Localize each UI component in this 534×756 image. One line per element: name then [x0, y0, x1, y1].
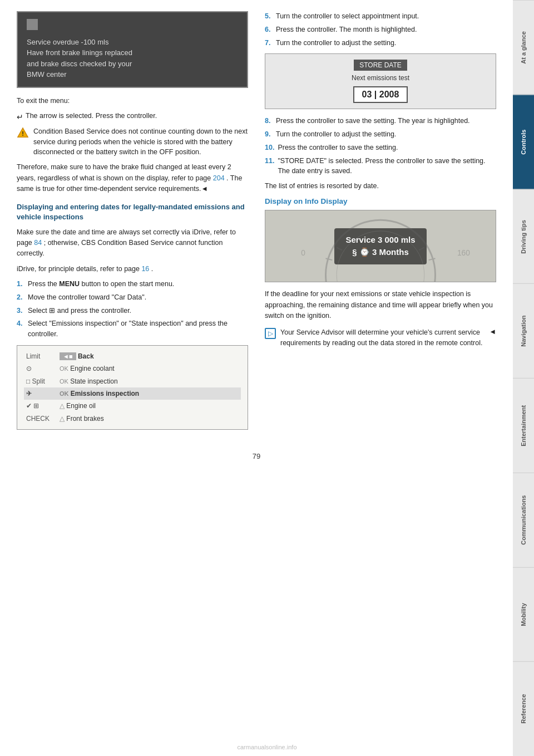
main-content: Service overdue -100 mls Have front brak… — [0, 0, 513, 446]
step-5: 5. Turn the controller to select appoint… — [265, 11, 496, 22]
menu-row-back: Limit ◄■ Back — [24, 350, 241, 362]
step-8: 8. Press the controller to save the sett… — [265, 116, 496, 126]
step-10: 10. Press the controller to save the set… — [265, 143, 496, 153]
info-display-box: 160 0 Service 3 000 mls § ⌚ 3 Months — [265, 210, 496, 282]
service-warning-line1: Service overdue -100 mls — [27, 38, 108, 46]
tab-entertainment[interactable]: Entertainment — [513, 378, 534, 473]
arrow-icon: ↵ — [17, 111, 23, 123]
step-11: 11. "STORE DATE" is selected. Press the … — [265, 156, 496, 177]
display-heading: Display on Info Display — [265, 197, 496, 205]
menu-row-state-inspection: □ Split OK State inspection — [24, 375, 241, 387]
store-date-box: STORE DATE Next emissions test 03 | 2008 — [265, 53, 496, 109]
svg-text:!: ! — [22, 130, 24, 136]
page-ref-2[interactable]: 84 — [34, 239, 42, 247]
menu-box: Limit ◄■ Back ⊙ OK Engine coolant □ Spli… — [17, 345, 248, 430]
page-ref-3[interactable]: 16 — [141, 265, 149, 273]
store-date-title: STORE DATE — [274, 60, 487, 74]
tab-controls[interactable]: Controls — [513, 95, 534, 189]
tab-reference[interactable]: Reference — [513, 661, 534, 756]
menu-row-emissions: ✈ OK Emissions inspection — [24, 387, 241, 400]
step-4: 4. Select "Emissions inspection" or "Sta… — [17, 318, 248, 340]
menu-row-front-brakes: CHECK △ Front brakes — [24, 413, 241, 425]
step-9: 9. Turn the controller to adjust the set… — [265, 129, 496, 140]
step-1: 1. Press the MENU button to open the sta… — [17, 279, 248, 289]
tab-mobility[interactable]: Mobility — [513, 567, 534, 662]
speedometer-svg: 160 0 — [271, 213, 490, 282]
right-steps-2: 8. Press the controller to save the sett… — [265, 116, 496, 176]
svg-text:0: 0 — [301, 249, 305, 258]
page-ref-1[interactable]: 204 — [213, 174, 225, 182]
store-date-subtitle: Next emissions test — [274, 74, 487, 82]
warning-triangle-icon: ! — [17, 127, 29, 139]
tab-communications[interactable]: Communications — [513, 473, 534, 567]
idrive-text: iDrive, for principle details, refer to … — [17, 264, 248, 274]
menu-row-engine-coolant: ⊙ OK Engine coolant — [24, 362, 241, 375]
left-column: Service overdue -100 mls Have front brak… — [17, 11, 248, 430]
tab-driving-tips[interactable]: Driving tips — [513, 189, 534, 284]
blue-note-text: Your Service Advisor will determine your… — [280, 327, 484, 349]
warning-icon — [27, 19, 38, 30]
body-text-2: Therefore, make sure to have the brake f… — [17, 162, 248, 194]
blue-note-icon: ▷ — [265, 328, 276, 339]
service-warning-line4: BMW center — [27, 70, 67, 78]
step-6: 6. Press the controller. The month is hi… — [265, 24, 496, 35]
svg-line-6 — [419, 248, 424, 251]
arrow-item: ↵ The arrow is selected. Press the contr… — [17, 111, 248, 123]
tab-at-a-glance[interactable]: At a glance — [513, 0, 534, 95]
tab-navigation[interactable]: Navigation — [513, 283, 534, 378]
steps-list: 1. Press the MENU button to open the sta… — [17, 279, 248, 340]
intro-text: Make sure the date and time are always s… — [17, 227, 248, 259]
svg-text:160: 160 — [457, 249, 470, 258]
right-column: 5. Turn the controller to select appoint… — [265, 11, 496, 430]
tab-strip: At a glance Controls Driving tips Naviga… — [513, 0, 534, 756]
service-warning-line2: Have front brake linings replaced — [27, 48, 132, 57]
watermark: carmanualsonline.info — [237, 744, 296, 750]
service-warning-box: Service overdue -100 mls Have front brak… — [17, 11, 248, 88]
svg-point-2 — [326, 220, 436, 282]
service-warning-line3: and brake discs checked by your — [27, 60, 132, 68]
page-number: 79 — [0, 452, 513, 460]
menu-row-engine-oil: ✔ ⊞ △ Engine oil — [24, 400, 241, 412]
step-2: 2. Move the controller toward "Car Data"… — [17, 292, 248, 303]
store-date-value: 03 | 2008 — [353, 86, 408, 103]
blue-note: ▷ Your Service Advisor will determine yo… — [265, 327, 496, 349]
arrow-text: The arrow is selected. Press the control… — [26, 111, 157, 121]
section-heading: Displaying and entering dates for legall… — [17, 202, 248, 222]
body-after-display: If the deadline for your next emissions … — [265, 289, 496, 321]
svg-point-3 — [337, 231, 424, 282]
step-3: 3. Select ⊞ and press the controller. — [17, 306, 248, 316]
warning-note-text: Condition Based Service does not continu… — [33, 126, 248, 158]
step-7: 7. Turn the controller to adjust the set… — [265, 38, 496, 48]
warning-note: ! Condition Based Service does not conti… — [17, 126, 248, 158]
resort-note: The list of entries is resorted by date. — [265, 181, 496, 192]
right-steps-1: 5. Turn the controller to select appoint… — [265, 11, 496, 48]
svg-line-4 — [337, 248, 342, 251]
exit-menu-text: To exit the menu: — [17, 96, 248, 106]
